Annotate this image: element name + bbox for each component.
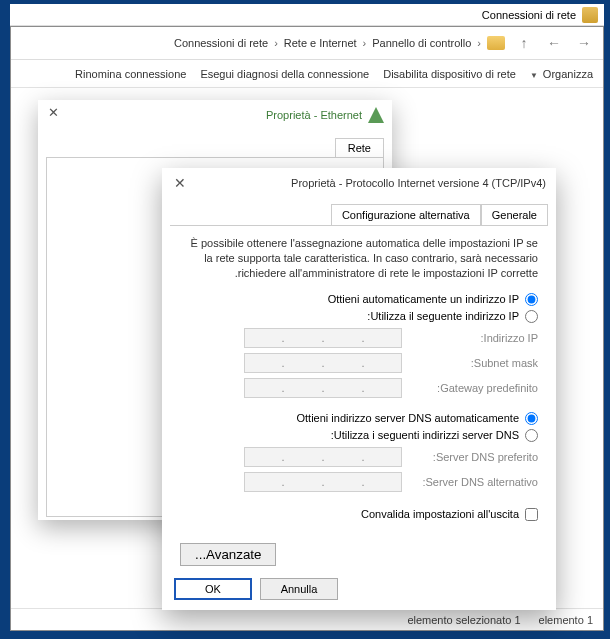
ipv4-description: È possibile ottenere l'assegnazione auto…	[180, 236, 538, 281]
ipv4-titlebar: Proprietà - Protocollo Internet versione…	[162, 168, 556, 198]
tab-network[interactable]: Rete	[335, 138, 384, 157]
field-dns-secondary: Server DNS alternativo: ...	[180, 472, 538, 492]
radio-auto-ip-label: Ottieni automaticamente un indirizzo IP	[328, 293, 519, 305]
dns-secondary-input: ...	[244, 472, 402, 492]
radio-manual-ip[interactable]: Utilizza il seguente indirizzo IP:	[180, 310, 538, 323]
tab-general[interactable]: Generale	[481, 204, 548, 225]
ipv4-tabs: Generale Configurazione alternativa	[162, 198, 556, 225]
validate-checkbox[interactable]	[525, 508, 538, 521]
ethernet-title: Proprietà - Ethernet	[266, 109, 362, 121]
advanced-button[interactable]: Avanzate...	[180, 543, 276, 566]
disable-device-button[interactable]: Disabilita dispositivo di rete	[383, 68, 516, 80]
dns-primary-input: ...	[244, 447, 402, 467]
breadcrumb[interactable]: ‹ Pannello di controllo ‹ Rete e Interne…	[174, 36, 505, 50]
organize-menu[interactable]: Organizza ▼	[530, 68, 593, 80]
diagnose-button[interactable]: Esegui diagnosi della connessione	[200, 68, 369, 80]
field-gateway: Gateway predefinito: ...	[180, 378, 538, 398]
status-selected: 1 elemento selezionato	[407, 614, 520, 626]
field-dns-primary: Server DNS preferito: ...	[180, 447, 538, 467]
breadcrumb-mid[interactable]: Rete e Internet	[284, 37, 357, 49]
up-arrow-icon[interactable]: ↑	[513, 32, 535, 54]
breadcrumb-leaf[interactable]: Connessioni di rete	[174, 37, 268, 49]
ipv4-title: Proprietà - Protocollo Internet versione…	[291, 177, 546, 189]
forward-arrow-icon[interactable]: ←	[543, 32, 565, 54]
radio-manual-dns-input[interactable]	[525, 429, 538, 442]
ethernet-tabs: Rete	[38, 130, 392, 157]
dialog-buttons: Annulla OK	[174, 578, 338, 600]
gateway-label: Gateway predefinito:	[402, 382, 538, 394]
radio-manual-dns-label: Utilizza i seguenti indirizzi server DNS…	[331, 429, 519, 441]
window-title: Connessioni di rete	[482, 9, 576, 21]
ipv4-dialog: Proprietà - Protocollo Internet versione…	[162, 168, 556, 610]
field-ip: Indirizzo IP: ...	[180, 328, 538, 348]
nav-row: → ← ↑ ‹ Pannello di controllo ‹ Rete e I…	[11, 27, 603, 60]
explorer-titlebar: Connessioni di rete	[10, 4, 604, 26]
ethernet-titlebar: Proprietà - Ethernet ✕	[38, 100, 392, 130]
radio-auto-dns-input[interactable]	[525, 412, 538, 425]
validate-label: Convalida impostazioni all'uscita	[361, 508, 519, 520]
close-button[interactable]: ✕	[48, 105, 59, 120]
validate-checkbox-row[interactable]: Convalida impostazioni all'uscita	[180, 508, 538, 521]
radio-auto-ip[interactable]: Ottieni automaticamente un indirizzo IP	[180, 293, 538, 306]
radio-manual-ip-label: Utilizza il seguente indirizzo IP:	[367, 310, 519, 322]
radio-auto-ip-input[interactable]	[525, 293, 538, 306]
rename-button[interactable]: Rinomina connessione	[75, 68, 186, 80]
ok-button[interactable]: OK	[174, 578, 252, 600]
ethernet-icon	[368, 107, 384, 123]
dns-primary-label: Server DNS preferito:	[402, 451, 538, 463]
status-count: 1 elemento	[539, 614, 593, 626]
back-arrow-icon[interactable]: →	[573, 32, 595, 54]
network-folder-icon	[582, 7, 598, 23]
radio-auto-dns-label: Ottieni indirizzo server DNS automaticam…	[296, 412, 519, 424]
ipv4-body: È possibile ottenere l'assegnazione auto…	[170, 225, 548, 531]
folder-icon	[487, 36, 505, 50]
field-mask: Subnet mask: ...	[180, 353, 538, 373]
radio-auto-dns[interactable]: Ottieni indirizzo server DNS automaticam…	[180, 412, 538, 425]
toolbar: Organizza ▼ Disabilita dispositivo di re…	[11, 60, 603, 88]
radio-manual-ip-input[interactable]	[525, 310, 538, 323]
cancel-button[interactable]: Annulla	[260, 578, 338, 600]
mask-label: Subnet mask:	[402, 357, 538, 369]
mask-input: ...	[244, 353, 402, 373]
gateway-input: ...	[244, 378, 402, 398]
radio-manual-dns[interactable]: Utilizza i seguenti indirizzi server DNS…	[180, 429, 538, 442]
breadcrumb-root[interactable]: Pannello di controllo	[372, 37, 471, 49]
tab-alternative[interactable]: Configurazione alternativa	[331, 204, 481, 225]
close-button[interactable]: ✕	[174, 175, 186, 191]
status-bar: 1 elemento 1 elemento selezionato	[11, 608, 603, 630]
dns-secondary-label: Server DNS alternativo:	[402, 476, 538, 488]
ip-input: ...	[244, 328, 402, 348]
ip-label: Indirizzo IP:	[402, 332, 538, 344]
